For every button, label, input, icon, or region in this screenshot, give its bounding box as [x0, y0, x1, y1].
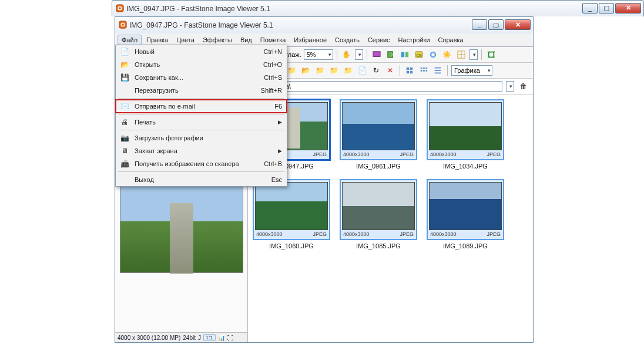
folder-fav-icon[interactable]: 📁 [328, 65, 340, 76]
folder-new-icon[interactable]: 📂 [300, 65, 311, 76]
thumbnail-grid: 4000x3000JPEGIMG_0947.JPG4000x3000JPEGIM… [248, 95, 533, 342]
filter-combo[interactable]: Графика [451, 65, 492, 76]
menu-item[interactable]: 📄НовыйCtrl+N [116, 45, 287, 58]
thumb-dims: 4000x3000 [430, 231, 457, 237]
svg-rect-23 [421, 70, 422, 72]
tool-sun-icon[interactable]: ☀️ [441, 49, 453, 60]
tool-wizard-icon[interactable] [427, 49, 439, 60]
status-crop-icon[interactable]: ⛶ [227, 335, 233, 341]
menu-item[interactable]: ✉️Отправить по e-mailF6 [116, 100, 287, 113]
thumb-image [255, 182, 328, 230]
pan-hand-icon[interactable]: ✋ [341, 49, 353, 60]
folder-up-icon[interactable]: 📁 [286, 65, 297, 76]
menu-item-shortcut: Ctrl+S [264, 74, 282, 81]
thumbnail[interactable]: 4000x3000JPEGIMG_1085.JPG [340, 179, 417, 249]
thumbnail[interactable]: 4000x3000JPEGIMG_1089.JPG [427, 179, 504, 249]
menu-item-label: Захват экрана [135, 147, 269, 154]
thumb-image [429, 102, 502, 150]
tool-slideshow-icon[interactable] [371, 49, 383, 60]
screen-icon: 🖥 [119, 147, 130, 155]
menu-item-label: Отправить по e-mail [135, 103, 270, 110]
menu-item-label: Печать [135, 119, 269, 126]
status-histogram-icon[interactable]: 📊 [218, 335, 225, 341]
view-large-icon[interactable] [404, 65, 415, 76]
thumb-filename: IMG_0961.JPG [356, 163, 401, 170]
thumbnail[interactable]: 4000x3000JPEGIMG_0961.JPG [340, 99, 417, 170]
view-small-icon[interactable] [418, 65, 430, 76]
close-button[interactable]: ✕ [505, 19, 531, 30]
trash-icon[interactable]: 🗑 [518, 80, 529, 92]
menu-item-shortcut: Ctrl+N [264, 48, 282, 55]
svg-rect-20 [421, 68, 422, 69]
delete-icon[interactable]: ✕ [384, 65, 396, 76]
svg-rect-6 [373, 52, 380, 57]
menu-item[interactable]: ПерезагрузитьShift+R [116, 84, 287, 97]
status-j: J [198, 335, 201, 341]
menu-item[interactable]: ВыходEsc [116, 173, 287, 186]
save-icon: 💾 [119, 73, 130, 82]
thumb-dims: 4000x3000 [256, 231, 283, 237]
menu-item-label: Выход [135, 176, 267, 183]
menu-цвета[interactable]: Цвета [173, 35, 198, 45]
menu-создать[interactable]: Создать [331, 35, 363, 45]
menu-справка[interactable]: Справка [435, 35, 467, 45]
path-bar: то\Природа\ 🗑 [248, 79, 533, 95]
submenu-arrow-icon: ▶ [278, 119, 282, 125]
thumb-image [429, 182, 502, 230]
menu-item-shortcut: Ctrl+O [263, 61, 282, 68]
svg-rect-19 [410, 71, 412, 73]
svg-rect-22 [426, 68, 428, 69]
menu-item[interactable]: 🖥Захват экрана▶ [116, 144, 287, 157]
menu-item[interactable]: 📷Загрузить фотографии [116, 131, 287, 144]
folder-move-icon[interactable]: 📁 [342, 65, 354, 76]
submenu-arrow-icon: ▶ [278, 148, 282, 154]
menu-item[interactable]: 📠Получить изображения со сканераCtrl+B [116, 157, 287, 170]
menu-item[interactable]: 🖨Печать▶ [116, 116, 287, 129]
refresh-icon[interactable]: ↻ [370, 65, 382, 76]
maximize-button-back[interactable]: ▢ [599, 3, 614, 14]
pan-dropdown[interactable] [355, 49, 363, 60]
status-dimensions: 4000 x 3000 (12.00 MP) [118, 335, 180, 341]
path-history-dropdown[interactable] [506, 81, 514, 92]
thumb-filename: IMG_1089.JPG [443, 242, 488, 249]
menu-избранное[interactable]: Избранное [290, 35, 330, 45]
minimize-button-back[interactable]: _ [582, 3, 598, 14]
menu-сервис[interactable]: Сервис [364, 35, 394, 45]
menu-настройки[interactable]: Настройки [395, 35, 434, 45]
svg-rect-7 [387, 52, 393, 58]
thumbnail[interactable]: 4000x3000JPEGIMG_1034.JPG [427, 99, 504, 170]
menu-эффекты[interactable]: Эффекты [199, 35, 236, 45]
menu-правка[interactable]: Правка [143, 35, 172, 45]
window-title-back: IMG_0947.JPG - FastStone Image Viewer 5.… [126, 5, 579, 13]
tool-compare-icon[interactable] [399, 49, 411, 60]
thumbnail[interactable]: 4000x3000JPEGIMG_1060.JPG [253, 179, 330, 249]
status-1to1[interactable]: 1:1 [203, 334, 216, 341]
thumb-image [342, 182, 415, 230]
path-field[interactable]: то\Природа\ [251, 81, 502, 92]
folder-open-icon[interactable]: 📁 [314, 65, 326, 76]
svg-rect-9 [405, 52, 408, 58]
new-icon: 📄 [119, 48, 130, 56]
svg-point-13 [431, 53, 434, 56]
menu-пометка[interactable]: Пометка [257, 35, 290, 45]
zoom-combo[interactable]: 5% [304, 49, 333, 60]
view-list-icon[interactable] [432, 65, 444, 76]
folder-copy-icon[interactable]: 📄 [356, 65, 368, 76]
layout-dropdown[interactable] [469, 49, 478, 60]
thumb-dims: 4000x3000 [430, 151, 457, 157]
minimize-button[interactable]: _ [472, 19, 487, 30]
menu-item[interactable]: 📂ОткрытьCtrl+O [116, 58, 287, 71]
thumb-dims: 4000x3000 [343, 151, 370, 157]
menu-item-shortcut: Esc [271, 176, 282, 183]
menu-файл[interactable]: Файл [118, 35, 142, 45]
tool-cb-icon[interactable]: CB [413, 49, 425, 60]
menu-вид[interactable]: Вид [237, 35, 256, 45]
menu-item-shortcut: Shift+R [261, 87, 282, 94]
menu-item[interactable]: 💾Сохранить как...Ctrl+S [116, 71, 287, 84]
tool-batch-icon[interactable] [385, 49, 397, 60]
close-button-back[interactable]: ✕ [615, 3, 641, 14]
maximize-button[interactable]: ▢ [488, 19, 504, 30]
tool-fit-icon[interactable] [485, 49, 497, 60]
preview-image [120, 179, 243, 273]
tool-grid-icon[interactable] [455, 49, 467, 60]
